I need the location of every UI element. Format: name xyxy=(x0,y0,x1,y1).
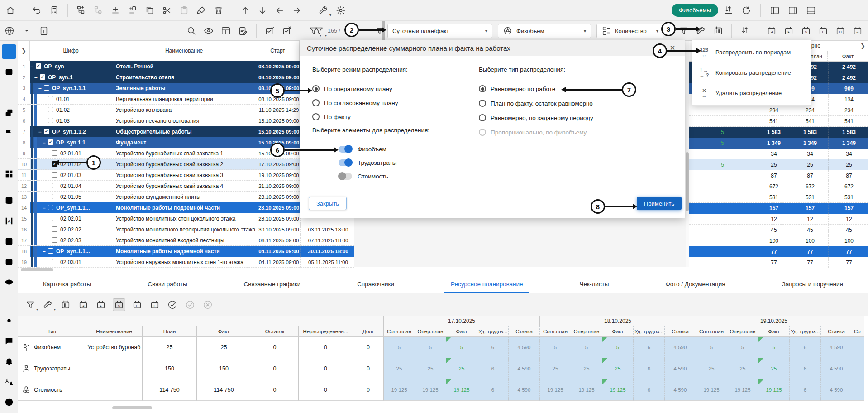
tab-6[interactable]: Чек-листы xyxy=(580,275,609,293)
tab-3[interactable]: Связанные графики xyxy=(244,275,301,293)
funnel-icon[interactable] xyxy=(678,25,690,37)
row-checkbox[interactable] xyxy=(48,96,53,101)
row-checkbox[interactable] xyxy=(52,237,57,243)
date-col-header[interactable]: Факт xyxy=(758,326,790,337)
tab-4[interactable]: Справочники xyxy=(357,275,394,293)
panel-right-icon[interactable] xyxy=(787,5,799,16)
brush-icon[interactable] xyxy=(196,5,207,16)
summary-row[interactable]: 51 3491 3491 349 xyxy=(689,138,868,149)
date-col-header[interactable]: Уд. трудоз... xyxy=(477,326,509,337)
summary-row[interactable]: 531531531 xyxy=(689,192,868,203)
sidebar-item-kanban[interactable] xyxy=(2,65,16,79)
date-col-header[interactable]: Согл.план xyxy=(384,326,415,337)
resource-row[interactable]: ФизобъемУстройство буронаб252500055564 5… xyxy=(18,337,868,358)
row-checkbox[interactable]: ✓ xyxy=(44,129,49,134)
row-checkbox[interactable] xyxy=(52,150,57,156)
collapse-icon[interactable]: – xyxy=(30,61,33,72)
row-checkbox[interactable] xyxy=(48,118,53,123)
calendar-next-icon[interactable]: ▸ xyxy=(95,299,107,311)
resource-row[interactable]: Трудозатраты15015000025252564 5902525256… xyxy=(18,358,868,379)
summary-col-fact[interactable]: Факт xyxy=(827,51,868,61)
collapse-icon[interactable]: – xyxy=(38,126,42,137)
row-checkbox[interactable] xyxy=(52,172,57,178)
toggle-icon[interactable] xyxy=(339,159,352,166)
summary-row[interactable]: 234234234 xyxy=(689,105,868,116)
panel-bottom-icon[interactable] xyxy=(805,5,817,16)
menu-item-copy-distribution[interactable]: ! →← ?Копировать распределение xyxy=(692,62,811,83)
date-col-header[interactable]: Ставка xyxy=(665,326,696,337)
expand-panel-button[interactable]: ❯ xyxy=(18,41,30,61)
date-col-header[interactable]: Уд. трудоз... xyxy=(634,326,665,337)
calculator-icon[interactable] xyxy=(48,5,60,16)
mode-radio-0[interactable]: По оперативному плану xyxy=(312,85,392,92)
menu-item-distribute-periods[interactable]: 123↔Распределить по периодам xyxy=(692,42,811,62)
horizontal-scrollbar-thumb[interactable] xyxy=(21,268,53,271)
caret-down-icon[interactable] xyxy=(21,25,33,37)
bottom-scrollbar-thumb[interactable] xyxy=(112,406,152,409)
row-checkbox[interactable]: ✓ xyxy=(40,74,45,80)
calendar-f-icon[interactable]: F xyxy=(817,25,829,37)
date-col-header[interactable]: Ставка xyxy=(821,326,852,337)
summary-row[interactable]: 343434 xyxy=(689,149,868,159)
transfer-icon[interactable] xyxy=(739,25,751,37)
date-col-header[interactable]: Факт xyxy=(602,326,634,337)
toggle-2[interactable]: Стоимость xyxy=(339,173,388,180)
collapse-icon[interactable]: – xyxy=(43,137,46,148)
resource-row[interactable]: Стоимость114 750114 75000019 12519 12519… xyxy=(18,379,868,401)
toggle-1[interactable]: Трудозатраты xyxy=(339,159,397,166)
tree-add-icon[interactable] xyxy=(75,5,87,16)
resource-col-header[interactable]: План xyxy=(143,326,197,337)
transfer-underline-icon[interactable] xyxy=(722,5,734,16)
phys-volumes-button[interactable]: Физобъемы xyxy=(672,4,718,17)
summary-row[interactable]: 121212 xyxy=(689,214,868,225)
close-button[interactable]: Закрыть xyxy=(309,197,347,210)
chevron-right-icon[interactable]: ❯ xyxy=(860,43,865,49)
row-duplicate-icon[interactable] xyxy=(127,5,138,16)
sidebar-item-chart[interactable] xyxy=(2,85,16,100)
calendar-prev-icon[interactable]: ◂ xyxy=(766,25,777,37)
resource-col-header[interactable]: Остаток xyxy=(251,326,299,337)
wrench-icon[interactable] xyxy=(42,299,54,311)
date-col-header[interactable]: Опер.план xyxy=(727,326,758,337)
tab-1[interactable]: Карточка работы xyxy=(43,275,91,293)
date-col-header[interactable]: Уд. трудоз... xyxy=(790,326,821,337)
row-checkbox[interactable] xyxy=(48,248,53,254)
sidebar-item-eye[interactable] xyxy=(2,275,16,289)
sidebar-item-flag[interactable] xyxy=(2,126,16,140)
type-radio-2[interactable]: Равномерно, по заданному периоду xyxy=(479,114,593,121)
wrench-icon[interactable] xyxy=(318,5,329,16)
summary-row[interactable]: 878787 xyxy=(689,170,868,181)
gear-icon[interactable] xyxy=(335,5,347,16)
arrow-down-icon[interactable] xyxy=(257,5,268,16)
sidebar-item-brackets-a[interactable]: A xyxy=(2,214,16,228)
sidebar-item-info-circle[interactable] xyxy=(2,395,16,409)
check-circle-icon[interactable] xyxy=(167,299,178,311)
calendar-range-icon[interactable]: ↔ xyxy=(852,25,863,37)
row-checkbox[interactable] xyxy=(52,183,57,188)
collapse-icon[interactable]: – xyxy=(43,202,46,213)
tree-row[interactable]: 1602.02.02Устройство монолитного перекры… xyxy=(18,224,354,235)
quantity-dropdown[interactable]: Количество▾ xyxy=(596,24,663,38)
refresh-icon[interactable] xyxy=(740,5,752,16)
sidebar-item-database[interactable] xyxy=(2,193,16,208)
arrow-right-icon[interactable] xyxy=(291,5,303,16)
calendar-grid-icon[interactable] xyxy=(60,299,72,311)
sidebar-item-hatch[interactable] xyxy=(2,146,16,161)
summary-row[interactable]: 5252525 xyxy=(689,159,868,170)
date-col-header[interactable]: Согл.план xyxy=(696,326,727,337)
tree-row[interactable]: 18–OP_syn.1.1...Монолитные работы надзем… xyxy=(18,246,354,257)
column-header-start[interactable]: Старт xyxy=(256,41,300,61)
toggle-0[interactable]: Физобъем xyxy=(339,146,386,153)
sidebar-item-list[interactable] xyxy=(2,234,16,249)
summary-row[interactable]: 100100100 xyxy=(689,235,868,246)
date-col-header[interactable]: Опер.план xyxy=(415,326,446,337)
sidebar-item-comment[interactable] xyxy=(2,334,16,348)
sidebar-item-brightness[interactable] xyxy=(2,313,16,328)
row-checkbox[interactable] xyxy=(52,194,57,199)
resource-dropdown[interactable]: Физобъем▾ xyxy=(498,24,591,38)
checkbox-check-icon[interactable] xyxy=(264,25,276,37)
resource-col-header[interactable]: Факт xyxy=(197,326,251,337)
tree-row[interactable]: 1902.03.01Устройство наружных монолитных… xyxy=(18,257,354,268)
collapse-icon[interactable]: – xyxy=(34,72,38,83)
arrow-up-icon[interactable] xyxy=(239,5,251,16)
